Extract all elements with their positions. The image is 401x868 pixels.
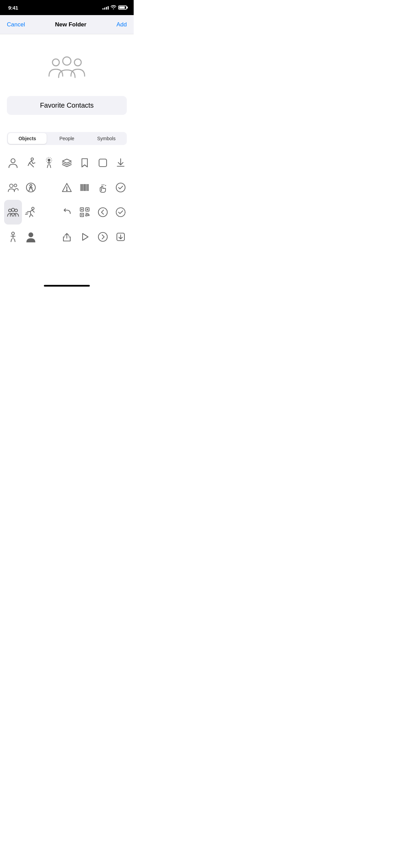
svg-point-4: [31, 158, 34, 160]
icon-download[interactable]: [112, 150, 130, 175]
folder-name-field[interactable]: [7, 96, 127, 115]
signal-icon: [102, 5, 109, 10]
svg-rect-33: [87, 209, 88, 210]
category-tab-selector: Objects People Symbols: [7, 132, 127, 145]
svg-point-28: [15, 209, 17, 212]
icon-square[interactable]: [94, 150, 111, 175]
icon-preview-area: [0, 34, 134, 96]
svg-point-3: [11, 159, 15, 163]
icon-barcode[interactable]: [76, 175, 94, 200]
nav-bar: Cancel New Folder Add: [0, 15, 134, 34]
icon-qr-code[interactable]: [76, 200, 94, 225]
svg-point-23: [105, 185, 106, 186]
svg-point-37: [116, 208, 125, 217]
svg-point-36: [98, 208, 107, 217]
icon-arrow-reply[interactable]: [58, 200, 76, 225]
svg-rect-7: [99, 159, 107, 167]
status-icons: [102, 5, 127, 10]
svg-point-0: [52, 59, 59, 66]
tab-symbols[interactable]: Symbols: [87, 133, 126, 144]
home-indicator: [44, 285, 90, 287]
icon-figure-run[interactable]: [22, 150, 40, 175]
icon-triangle-warning[interactable]: [58, 175, 76, 200]
icon-spacer-2a: [40, 175, 58, 200]
svg-point-8: [10, 184, 13, 188]
icon-person[interactable]: [4, 150, 22, 175]
icon-arrow-share[interactable]: [58, 225, 76, 249]
battery-icon: [118, 5, 127, 10]
icon-chevron-right[interactable]: [94, 225, 111, 249]
icon-spacer-4a: [40, 225, 58, 249]
svg-rect-35: [81, 214, 83, 216]
status-time: 9:41: [8, 5, 18, 11]
status-bar: 9:41: [0, 0, 134, 15]
svg-point-2: [74, 59, 81, 66]
nav-title: New Folder: [55, 21, 87, 28]
icon-arrow-down-box[interactable]: [112, 225, 130, 249]
icon-spacer-3a: [40, 200, 58, 225]
icon-figure-run-fast[interactable]: [22, 200, 40, 225]
svg-point-12: [66, 190, 67, 191]
svg-rect-31: [81, 209, 83, 210]
svg-point-25: [116, 183, 125, 192]
icon-figure-circle[interactable]: [22, 175, 40, 200]
icon-bookmark[interactable]: [76, 150, 94, 175]
svg-point-40: [98, 232, 107, 241]
icon-figure-light[interactable]: [40, 150, 58, 175]
icon-person-filled[interactable]: [22, 225, 40, 249]
icon-checkmark-circle-2[interactable]: [112, 200, 130, 225]
icon-figure-stand[interactable]: [4, 225, 22, 249]
icon-hand-dots[interactable]: [94, 175, 111, 200]
icon-chevron-left[interactable]: [94, 200, 111, 225]
wifi-icon: [111, 5, 116, 10]
main-content: Objects People Symbols: [0, 34, 134, 249]
tab-people[interactable]: People: [47, 133, 86, 144]
add-button[interactable]: Add: [117, 21, 127, 28]
icon-grid: [0, 150, 134, 249]
svg-point-27: [12, 208, 15, 212]
svg-point-9: [14, 184, 17, 187]
tab-objects[interactable]: Objects: [8, 133, 47, 144]
icon-person-3-selected[interactable]: [4, 200, 22, 225]
icon-checkmark-circle[interactable]: [112, 175, 130, 200]
cancel-button[interactable]: Cancel: [7, 21, 25, 28]
svg-point-5: [48, 159, 50, 161]
svg-point-22: [103, 184, 104, 185]
svg-point-26: [9, 209, 11, 212]
svg-point-38: [12, 232, 14, 235]
svg-point-1: [63, 57, 71, 65]
icon-layers[interactable]: [58, 150, 76, 175]
svg-point-24: [101, 184, 102, 185]
icon-person-2[interactable]: [4, 175, 22, 200]
svg-point-29: [32, 207, 34, 210]
svg-point-39: [28, 232, 33, 237]
icon-play[interactable]: [76, 225, 94, 249]
folder-name-input[interactable]: [14, 101, 120, 109]
folder-group-icon: [46, 55, 87, 82]
